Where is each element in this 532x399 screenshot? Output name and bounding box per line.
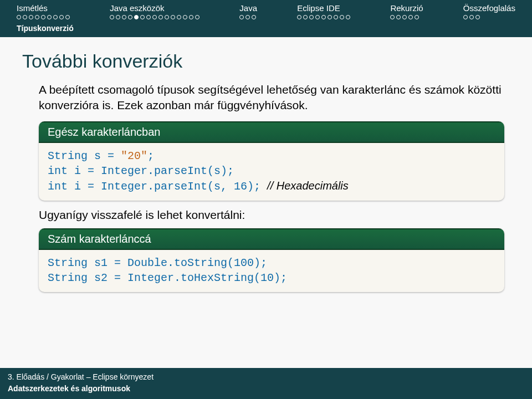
- nav-item-label: Rekurzió: [390, 3, 423, 13]
- nav-item[interactable]: Eclipse IDE: [297, 3, 350, 19]
- nav-progress-dots: [463, 15, 515, 19]
- progress-dot[interactable]: [239, 15, 244, 19]
- slide-footer: 3. Előadás / Gyakorlat – Eclipse környez…: [0, 368, 532, 399]
- nav-progress-dots: [239, 15, 257, 19]
- code-block-2-body: String s1 = Double.toString(100); String…: [39, 250, 504, 292]
- code-block-1: Egész karakterláncban String s = "20"; i…: [39, 121, 504, 201]
- progress-dot[interactable]: [195, 15, 200, 19]
- progress-dot[interactable]: [189, 15, 193, 19]
- progress-dot[interactable]: [116, 15, 120, 19]
- section-nav: IsmétlésJava eszközökJavaEclipse IDEReku…: [0, 0, 532, 22]
- progress-dot[interactable]: [340, 15, 344, 19]
- nav-item-label: Eclipse IDE: [297, 3, 350, 13]
- slide-content: További konverziók A beépített csomagoló…: [0, 37, 532, 292]
- progress-dot[interactable]: [41, 15, 45, 19]
- progress-dot[interactable]: [152, 15, 157, 19]
- nav-progress-dots: [297, 15, 350, 19]
- nav-progress-dots: [390, 15, 423, 19]
- progress-dot[interactable]: [303, 15, 308, 19]
- code-block-2-header: Szám karakterlánccá: [39, 228, 504, 250]
- progress-dot[interactable]: [390, 15, 395, 19]
- nav-item-label: Összefoglalás: [463, 3, 515, 13]
- mid-paragraph: Ugyanígy visszafelé is lehet konvertálni…: [39, 208, 510, 222]
- slide-title: További konverziók: [22, 50, 510, 72]
- progress-dot[interactable]: [110, 15, 114, 19]
- progress-dot[interactable]: [134, 15, 139, 19]
- nav-item-label: Java: [239, 3, 257, 13]
- nav-progress-dots: [17, 15, 70, 19]
- progress-dot[interactable]: [17, 15, 21, 19]
- progress-dot[interactable]: [408, 15, 413, 19]
- progress-dot[interactable]: [35, 15, 39, 19]
- progress-dot[interactable]: [158, 15, 163, 19]
- progress-dot[interactable]: [59, 15, 64, 19]
- nav-item[interactable]: Összefoglalás: [463, 3, 515, 19]
- subsection-label: Típuskonverzió: [0, 22, 532, 37]
- progress-dot[interactable]: [47, 15, 52, 19]
- progress-dot[interactable]: [297, 15, 301, 19]
- progress-dot[interactable]: [328, 15, 332, 19]
- progress-dot[interactable]: [415, 15, 419, 19]
- progress-dot[interactable]: [309, 15, 314, 19]
- progress-dot[interactable]: [469, 15, 474, 19]
- progress-dot[interactable]: [346, 15, 350, 19]
- progress-dot[interactable]: [463, 15, 468, 19]
- progress-dot[interactable]: [252, 15, 256, 19]
- progress-dot[interactable]: [334, 15, 338, 19]
- nav-item[interactable]: Rekurzió: [390, 3, 423, 19]
- nav-item[interactable]: Java eszközök: [110, 3, 200, 19]
- progress-dot[interactable]: [65, 15, 70, 19]
- footer-line-2: Adatszerkezetek és algoritmusok: [8, 383, 524, 395]
- nav-item-label: Ismétlés: [17, 3, 70, 13]
- progress-dot[interactable]: [321, 15, 326, 19]
- progress-dot[interactable]: [146, 15, 151, 19]
- progress-dot[interactable]: [475, 15, 480, 19]
- intro-paragraph: A beépített csomagoló típusok segítségév…: [39, 82, 510, 114]
- progress-dot[interactable]: [53, 15, 58, 19]
- nav-progress-dots: [110, 15, 200, 19]
- progress-dot[interactable]: [245, 15, 250, 19]
- progress-dot[interactable]: [29, 15, 33, 19]
- progress-dot[interactable]: [122, 15, 126, 19]
- code-block-1-body: String s = "20"; int i = Integer.parseIn…: [39, 143, 504, 201]
- code-block-2: Szám karakterlánccá String s1 = Double.t…: [39, 228, 504, 292]
- nav-item[interactable]: Ismétlés: [17, 3, 70, 19]
- progress-dot[interactable]: [396, 15, 401, 19]
- nav-item-label: Java eszközök: [110, 3, 200, 13]
- progress-dot[interactable]: [165, 15, 169, 19]
- progress-dot[interactable]: [177, 15, 181, 19]
- code-block-1-header: Egész karakterláncban: [39, 121, 504, 143]
- footer-line-1: 3. Előadás / Gyakorlat – Eclipse környez…: [8, 371, 524, 383]
- nav-item[interactable]: Java: [239, 3, 257, 19]
- progress-dot[interactable]: [140, 15, 145, 19]
- progress-dot[interactable]: [23, 15, 27, 19]
- progress-dot[interactable]: [183, 15, 187, 19]
- progress-dot[interactable]: [402, 15, 407, 19]
- progress-dot[interactable]: [171, 15, 175, 19]
- progress-dot[interactable]: [315, 15, 320, 19]
- progress-dot[interactable]: [128, 15, 132, 19]
